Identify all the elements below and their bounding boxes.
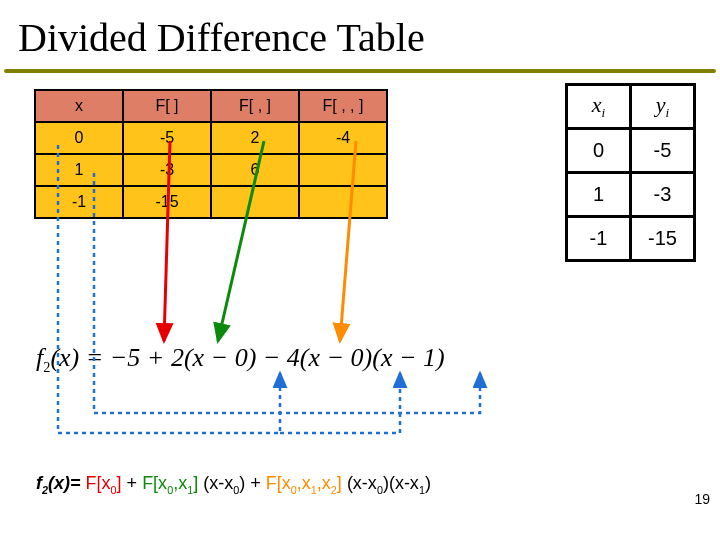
dd-cell: 1 <box>35 154 123 186</box>
table-row: 1 -3 6 <box>35 154 387 186</box>
dotted-blue-path-1b-icon <box>280 373 400 433</box>
table-row: 1 -3 <box>567 173 695 217</box>
table-row: -1 -15 <box>35 186 387 218</box>
xy-header-yi: yi <box>631 85 695 129</box>
dd-cell: 6 <box>211 154 299 186</box>
content-area: x F[ ] F[ , ] F[ , , ] 0 -5 2 -4 1 -3 6 … <box>0 73 720 513</box>
xy-cell: -15 <box>631 217 695 261</box>
dd-cell: -3 <box>123 154 211 186</box>
dd-cell: -5 <box>123 122 211 154</box>
dd-cell <box>299 154 387 186</box>
dd-cell: 0 <box>35 122 123 154</box>
table-row: xi yi <box>567 85 695 129</box>
table-row: 0 -5 2 -4 <box>35 122 387 154</box>
xy-cell: 0 <box>567 129 631 173</box>
table-row: -1 -15 <box>567 217 695 261</box>
page-number: 19 <box>694 491 710 507</box>
xy-cell: -1 <box>567 217 631 261</box>
table-row: x F[ ] F[ , ] F[ , , ] <box>35 90 387 122</box>
dd-cell: -1 <box>35 186 123 218</box>
xy-table: xi yi 0 -5 1 -3 -1 -15 <box>565 83 696 262</box>
general-formula: f2(x)= F[x0] + F[x0,x1] (x-x0) + F[x0,x1… <box>36 473 431 496</box>
xy-cell: 1 <box>567 173 631 217</box>
xy-header-xi: xi <box>567 85 631 129</box>
xy-cell: -5 <box>631 129 695 173</box>
dd-header-f2: F[ , ] <box>211 90 299 122</box>
dd-cell: -15 <box>123 186 211 218</box>
dd-header-x: x <box>35 90 123 122</box>
dd-cell: -4 <box>299 122 387 154</box>
dd-cell: 2 <box>211 122 299 154</box>
dd-header-f: F[ ] <box>123 90 211 122</box>
dd-header-f3: F[ , , ] <box>299 90 387 122</box>
interpolation-formula: f2(x) = −5 + 2(x − 0) − 4(x − 0)(x − 1) <box>36 343 445 376</box>
page-title: Divided Difference Table <box>0 0 720 67</box>
dd-cell <box>299 186 387 218</box>
dd-cell <box>211 186 299 218</box>
xy-cell: -3 <box>631 173 695 217</box>
divided-difference-table: x F[ ] F[ , ] F[ , , ] 0 -5 2 -4 1 -3 6 … <box>34 89 388 219</box>
table-row: 0 -5 <box>567 129 695 173</box>
